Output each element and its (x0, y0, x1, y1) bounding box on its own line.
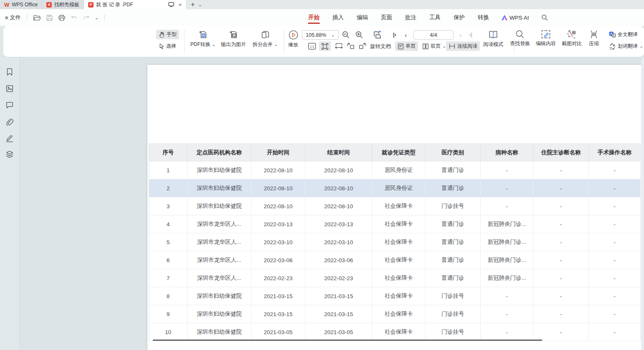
table-row[interactable]: 2深圳市妇幼保健院2022-08-102022-08-10居民身份证普通门诊--… (149, 179, 640, 197)
play-icon (288, 30, 299, 40)
first-page-button[interactable]: |‹ (393, 31, 396, 38)
comment-icon[interactable] (5, 101, 14, 109)
edit-content-button[interactable]: 编辑内容 (532, 30, 560, 47)
compress-button[interactable]: 压缩 (583, 30, 604, 47)
menu-page[interactable]: 页面 (380, 10, 393, 25)
split-merge-button[interactable]: 拆分合并 ⌄ (249, 30, 281, 48)
last-page-button[interactable]: ›| (469, 31, 472, 38)
menu-annotate[interactable]: 批注 (405, 10, 417, 25)
pdf-convert-button[interactable]: W PDF转换 ⌄ (187, 30, 219, 48)
table-row[interactable]: 8深圳市妇幼保健院2021-03-152021-03-15社会保障卡门诊挂号--… (149, 287, 640, 305)
layers-icon[interactable] (5, 150, 14, 158)
organize-pages-icon[interactable] (372, 29, 383, 41)
table-row[interactable]: 9深圳市妇幼保健院2021-03-152021-03-15社会保障卡门诊挂号--… (149, 305, 640, 323)
select-tool-button[interactable]: 选择 (156, 41, 179, 51)
tab-list-chevron-icon[interactable]: ⌄ (198, 3, 202, 7)
table-cell: 深圳市龙华区人... (188, 269, 251, 287)
menu-protect[interactable]: 保护 (453, 10, 465, 25)
rotate-doc-button[interactable]: 旋转文档 (370, 43, 391, 50)
menu-tools[interactable]: 工具 (429, 10, 441, 25)
table-cell: 深圳市妇幼保健院 (188, 305, 251, 323)
table-cell: 社会保障卡 (372, 287, 426, 305)
undo-icon[interactable] (71, 15, 78, 21)
compress-icon (589, 30, 599, 39)
close-tab-icon[interactable]: × (178, 2, 182, 8)
menu-home[interactable]: 开始 (308, 10, 320, 25)
zoom-select[interactable]: 105.88% ⌄ (302, 30, 339, 40)
thumbnail-icon[interactable] (5, 84, 14, 93)
table-row[interactable]: 6深圳市龙华区人...2022-03-062022-03-06社会保障卡普通门诊… (149, 251, 640, 269)
attachment-icon[interactable] (5, 118, 14, 126)
tab-wps-office[interactable]: W WPS Office (0, 0, 42, 9)
hand-tool-button[interactable]: 手型 (156, 30, 179, 39)
divider (27, 14, 27, 21)
table-cell: - (481, 179, 534, 197)
svg-text:A: A (613, 43, 615, 47)
actual-size-button[interactable]: 1:1 (307, 41, 317, 51)
wps-logo-icon: W (4, 2, 9, 8)
tab-label: 找稻壳模板 (54, 1, 79, 8)
single-page-icon (398, 43, 404, 50)
table-row[interactable]: 4深圳市龙华区人...2022-03-132022-03-13社会保障卡普通门诊… (149, 215, 640, 233)
double-page-icon (422, 43, 429, 50)
wps-ai-button[interactable]: WPS AI (502, 15, 529, 21)
prev-page-button[interactable]: ‹ (405, 31, 407, 38)
table-cell: 2022-03-10 (305, 233, 372, 251)
screenshot-compare-button[interactable]: 截图对比 (558, 30, 586, 47)
read-mode-button[interactable]: 阅读模式 (480, 30, 506, 48)
divider (184, 29, 185, 54)
zoom-in-icon[interactable] (355, 31, 363, 39)
table-row[interactable]: 7深圳市龙华区人...2022-02-232022-02-23社会保障卡普通门诊… (149, 269, 640, 287)
word-translate-button[interactable]: A 文 划词翻译 ⌄ (606, 41, 644, 51)
page-number-input[interactable] (413, 30, 454, 40)
table-cell: 新冠肺炎门诊... (481, 269, 534, 287)
single-page-button[interactable]: 单页 (395, 41, 418, 51)
table-cell: - (533, 251, 589, 269)
monitor-icon[interactable] (168, 2, 174, 7)
table-cell: 深圳市龙华区人... (188, 233, 251, 251)
rotate-right-icon[interactable] (358, 42, 367, 50)
table-row[interactable]: 3深圳市妇幼保健院2022-08-102022-08-10社会保障卡门诊挂号--… (149, 197, 640, 215)
table-row[interactable]: 1深圳市妇幼保健院2022-08-102022-08-10居民身份证普通门诊--… (149, 161, 640, 179)
table-cell: - (589, 269, 640, 287)
menu-insert[interactable]: 插入 (332, 10, 344, 25)
file-menu-button[interactable]: ≡ 文件 (5, 14, 21, 21)
redo-icon[interactable] (83, 15, 90, 21)
menu-edit[interactable]: 编辑 (356, 10, 368, 25)
table-cell: - (481, 305, 534, 323)
signature-icon[interactable] (5, 134, 14, 143)
print-icon[interactable] (58, 14, 66, 21)
double-page-button[interactable]: 双页 ⌄ (420, 41, 449, 51)
menu-convert[interactable]: 转换 (477, 10, 489, 25)
save-icon[interactable] (46, 14, 53, 21)
bookmark-icon[interactable] (5, 68, 14, 76)
table-cell: 深圳市妇幼保健院 (188, 197, 251, 215)
continuous-read-button[interactable]: 连续阅读 (446, 41, 480, 51)
table-row[interactable]: 10深圳市妇幼保健院2021-03-052021-03-05社会保障卡门诊挂号-… (149, 323, 640, 341)
continuous-read-icon (449, 43, 456, 49)
table-cell: - (533, 287, 589, 305)
tab-document[interactable]: P 就 医 记 录 .PDF × (84, 0, 186, 9)
tab-docer[interactable]: d 找稻壳模板 (42, 0, 84, 9)
search-icon[interactable] (541, 14, 548, 21)
fit-page-button[interactable] (319, 41, 331, 51)
table-header-cell: 手术操作名称 (589, 144, 640, 161)
zoom-out-icon[interactable] (342, 31, 350, 39)
table-cell: 2022-02-23 (305, 269, 372, 287)
new-tab-button[interactable]: + (191, 1, 195, 8)
rotate-left-icon[interactable] (347, 42, 355, 50)
export-image-button[interactable]: 输出为图片 (216, 30, 251, 48)
table-cell: - (589, 323, 640, 341)
qat-chevron-icon[interactable]: ⌄ (95, 15, 99, 20)
vertical-scrollbar[interactable] (641, 58, 644, 350)
fit-width-button[interactable] (333, 41, 345, 51)
find-replace-button[interactable]: 查找替换 (506, 30, 534, 47)
document-viewport[interactable]: 序号定点医药机构名称开始时间结束时间就诊凭证类型医疗类别病种名称住院主诊断名称手… (20, 58, 641, 350)
next-page-button[interactable]: › (459, 31, 461, 38)
table-row[interactable]: 5深圳市龙华区人...2022-03-102022-03-10社会保障卡普通门诊… (149, 233, 640, 251)
full-translate-button[interactable]: A 文 全文翻译 (606, 30, 644, 39)
open-folder-icon[interactable] (33, 14, 41, 21)
find-replace-icon (515, 30, 525, 39)
export-image-icon (228, 30, 238, 40)
menu-bar: ≡ 文件 ⌄ 开始 插入 (0, 9, 644, 26)
